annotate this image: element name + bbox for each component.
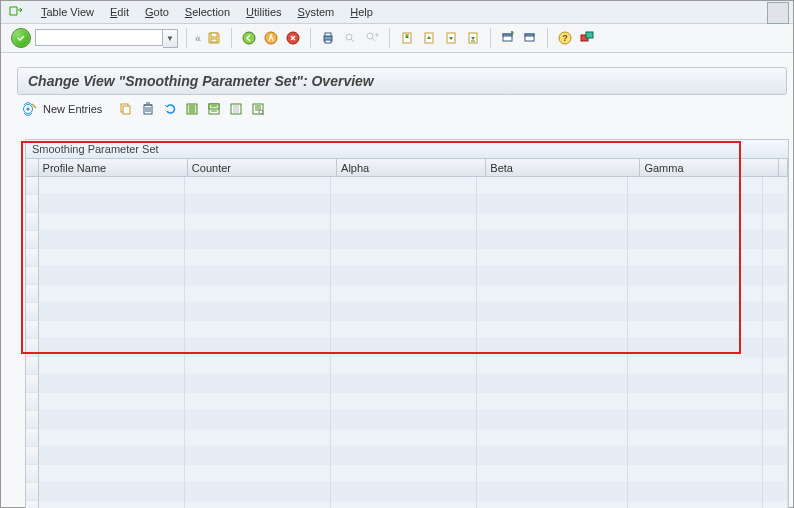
menu-goto[interactable]: Goto <box>137 6 177 18</box>
row-selector[interactable] <box>26 501 39 508</box>
table-cell[interactable] <box>331 195 477 213</box>
table-cell[interactable] <box>628 447 763 465</box>
col-header-counter[interactable]: Counter <box>188 159 337 177</box>
table-cell[interactable] <box>185 375 331 393</box>
table-cell[interactable] <box>331 339 477 357</box>
table-cell[interactable] <box>763 357 788 375</box>
row-selector[interactable] <box>26 447 39 465</box>
menu-help[interactable]: Help <box>342 6 381 18</box>
row-selector[interactable] <box>26 321 39 339</box>
table-cell[interactable] <box>39 177 185 195</box>
table-cell[interactable] <box>331 303 477 321</box>
table-cell[interactable] <box>331 321 477 339</box>
enter-button[interactable] <box>11 28 31 48</box>
command-field-dropdown[interactable]: ▼ <box>163 29 178 48</box>
col-header-alpha[interactable]: Alpha <box>337 159 486 177</box>
table-cell[interactable] <box>628 357 763 375</box>
table-cell[interactable] <box>477 339 628 357</box>
table-cell[interactable] <box>331 447 477 465</box>
table-cell[interactable] <box>185 465 331 483</box>
table-cell[interactable] <box>185 213 331 231</box>
table-cell[interactable] <box>763 375 788 393</box>
row-selector[interactable] <box>26 465 39 483</box>
table-settings-icon[interactable] <box>250 101 266 117</box>
table-cell[interactable] <box>477 357 628 375</box>
table-cell[interactable] <box>628 393 763 411</box>
table-cell[interactable] <box>331 375 477 393</box>
row-selector[interactable] <box>26 483 39 501</box>
table-cell[interactable] <box>763 249 788 267</box>
find-icon[interactable] <box>341 29 359 47</box>
table-cell[interactable] <box>628 213 763 231</box>
command-field[interactable] <box>35 29 163 46</box>
print-icon[interactable] <box>319 29 337 47</box>
row-selector-header[interactable] <box>26 159 39 177</box>
table-cell[interactable] <box>763 303 788 321</box>
delete-icon[interactable] <box>140 101 156 117</box>
table-cell[interactable] <box>185 321 331 339</box>
row-selector[interactable] <box>26 177 39 195</box>
table-cell[interactable] <box>185 393 331 411</box>
table-cell[interactable] <box>331 483 477 501</box>
new-entries-button[interactable]: New Entries <box>43 103 102 115</box>
table-cell[interactable] <box>628 375 763 393</box>
last-page-icon[interactable] <box>464 29 482 47</box>
row-selector[interactable] <box>26 429 39 447</box>
table-cell[interactable] <box>763 267 788 285</box>
menu-selection[interactable]: Selection <box>177 6 238 18</box>
row-selector[interactable] <box>26 249 39 267</box>
col-header-gamma[interactable]: Gamma <box>640 159 779 177</box>
table-cell[interactable] <box>39 429 185 447</box>
row-selector[interactable] <box>26 393 39 411</box>
back-icon[interactable] <box>240 29 258 47</box>
table-cell[interactable] <box>477 465 628 483</box>
table-cell[interactable] <box>477 267 628 285</box>
table-cell[interactable] <box>331 411 477 429</box>
exit-icon[interactable] <box>262 29 280 47</box>
table-cell[interactable] <box>39 249 185 267</box>
table-cell[interactable] <box>39 303 185 321</box>
table-cell[interactable] <box>477 393 628 411</box>
row-selector[interactable] <box>26 285 39 303</box>
table-cell[interactable] <box>477 501 628 508</box>
table-cell[interactable] <box>331 393 477 411</box>
table-cell[interactable] <box>763 447 788 465</box>
undo-icon[interactable] <box>162 101 178 117</box>
table-cell[interactable] <box>628 231 763 249</box>
change-display-icon[interactable] <box>21 101 37 117</box>
table-cell[interactable] <box>628 321 763 339</box>
table-cell[interactable] <box>331 465 477 483</box>
table-cell[interactable] <box>477 411 628 429</box>
back-chevron-icon[interactable]: « <box>195 32 201 44</box>
table-cell[interactable] <box>628 303 763 321</box>
table-cell[interactable] <box>763 177 788 195</box>
table-cell[interactable] <box>763 465 788 483</box>
find-next-icon[interactable] <box>363 29 381 47</box>
table-cell[interactable] <box>477 285 628 303</box>
table-cell[interactable] <box>185 231 331 249</box>
table-cell[interactable] <box>185 429 331 447</box>
next-page-icon[interactable] <box>442 29 460 47</box>
table-cell[interactable] <box>477 213 628 231</box>
table-cell[interactable] <box>331 285 477 303</box>
table-cell[interactable] <box>185 285 331 303</box>
table-cell[interactable] <box>763 483 788 501</box>
table-cell[interactable] <box>763 321 788 339</box>
table-cell[interactable] <box>477 177 628 195</box>
table-cell[interactable] <box>477 303 628 321</box>
deselect-all-icon[interactable] <box>228 101 244 117</box>
table-cell[interactable] <box>628 429 763 447</box>
table-cell[interactable] <box>477 429 628 447</box>
table-cell[interactable] <box>331 213 477 231</box>
window-corner-icon[interactable] <box>767 2 789 24</box>
table-cell[interactable] <box>185 195 331 213</box>
table-cell[interactable] <box>39 411 185 429</box>
row-selector[interactable] <box>26 231 39 249</box>
table-cell[interactable] <box>763 411 788 429</box>
table-cell[interactable] <box>185 447 331 465</box>
table-cell[interactable] <box>628 177 763 195</box>
table-cell[interactable] <box>763 213 788 231</box>
table-cell[interactable] <box>185 411 331 429</box>
table-cell[interactable] <box>39 375 185 393</box>
table-cell[interactable] <box>185 483 331 501</box>
